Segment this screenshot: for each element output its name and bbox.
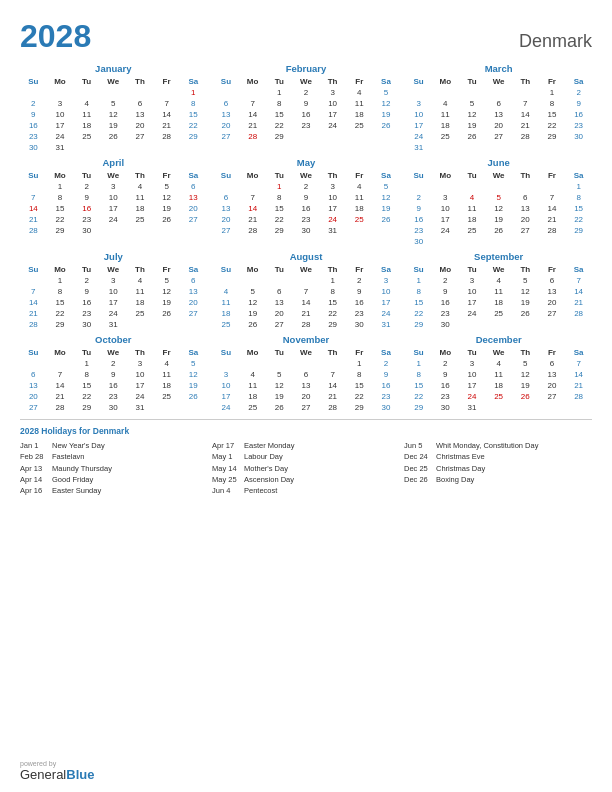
month-table: SuMoTuWeThFrSa12345678910111213141516171… [20,170,207,236]
day-cell: 23 [373,391,400,402]
day-cell: 28 [565,308,592,319]
day-cell [512,236,539,247]
day-header-tu: Tu [459,170,486,181]
day-cell: 4 [459,192,486,203]
day-cell: 25 [485,308,512,319]
week-row: 22232425262728 [405,391,592,402]
day-header-th: Th [127,347,154,358]
day-cell: 15 [266,109,293,120]
day-header-mo: Mo [239,170,266,181]
day-cell: 7 [239,192,266,203]
day-header-su: Su [405,76,432,87]
day-cell: 25 [432,131,459,142]
day-cell: 23 [432,391,459,402]
day-cell: 12 [239,297,266,308]
week-row: 16171819202122 [20,120,207,131]
day-cell [539,319,566,330]
day-cell: 18 [485,380,512,391]
day-cell: 15 [565,203,592,214]
day-header-sa: Sa [565,170,592,181]
day-cell: 19 [485,214,512,225]
month-table: SuMoTuWeThFrSa12345678910111213141516171… [213,264,400,330]
holiday-item: May 1Labour Day [212,451,400,462]
holiday-name: Ascension Day [244,474,294,485]
day-cell [180,225,207,236]
day-cell [293,131,320,142]
day-cell: 22 [180,120,207,131]
week-row: 3456789 [405,98,592,109]
week-row: 6789101112 [20,369,207,380]
day-cell: 1 [47,275,74,286]
day-cell: 14 [47,380,74,391]
day-cell: 6 [180,181,207,192]
day-cell: 24 [100,308,127,319]
week-row: 12 [405,87,592,98]
week-row: 891011121314 [405,286,592,297]
day-cell: 21 [239,214,266,225]
day-cell: 29 [180,131,207,142]
day-header-we: We [485,264,512,275]
day-cell: 27 [512,225,539,236]
week-row: 2345678 [20,98,207,109]
day-cell: 12 [153,286,180,297]
day-cell: 16 [405,214,432,225]
day-cell: 17 [405,120,432,131]
holiday-date: Apr 13 [20,463,48,474]
powered-by-text: powered by [20,760,94,767]
day-cell: 3 [405,98,432,109]
day-cell: 29 [266,225,293,236]
day-cell: 28 [239,131,266,142]
day-header-we: We [293,76,320,87]
day-cell: 22 [405,308,432,319]
week-row: 21222324252627 [20,214,207,225]
day-cell: 23 [73,308,100,319]
day-cell: 12 [512,286,539,297]
day-cell: 25 [459,225,486,236]
day-cell: 10 [100,286,127,297]
day-cell: 30 [293,225,320,236]
day-header-fr: Fr [539,170,566,181]
day-cell: 9 [565,98,592,109]
day-header-we: We [485,170,512,181]
day-header-th: Th [319,347,346,358]
day-header-fr: Fr [346,347,373,358]
week-row: 123456 [20,181,207,192]
month-block-february: FebruarySuMoTuWeThFrSa123456789101112131… [213,63,400,153]
day-cell: 21 [153,120,180,131]
day-cell: 13 [213,109,240,120]
week-row: 3031 [20,142,207,153]
day-cell: 18 [127,297,154,308]
day-cell: 23 [432,308,459,319]
brand-name: GeneralBlue [20,767,94,782]
day-cell: 14 [565,369,592,380]
holiday-name: Christmas Day [436,463,485,474]
day-header-tu: Tu [73,347,100,358]
day-cell [539,236,566,247]
holiday-date: Dec 26 [404,474,432,485]
holiday-item: Feb 28Fastelavn [20,451,208,462]
day-cell: 12 [459,109,486,120]
week-row: 123 [213,275,400,286]
day-cell: 3 [47,98,74,109]
day-cell: 17 [127,380,154,391]
day-header-tu: Tu [459,76,486,87]
day-cell: 19 [373,203,400,214]
day-cell: 20 [213,120,240,131]
holiday-item: Dec 25Christmas Day [404,463,592,474]
day-header-fr: Fr [153,76,180,87]
month-table: SuMoTuWeThFrSa12345678910111213141516171… [405,76,592,153]
day-cell: 26 [512,308,539,319]
holiday-item: Dec 24Christmas Eve [404,451,592,462]
week-row: 17181920212223 [213,391,400,402]
day-cell [213,181,240,192]
day-cell: 8 [405,286,432,297]
day-cell: 5 [180,358,207,369]
day-header-mo: Mo [432,170,459,181]
week-row: 2728293031 [213,225,400,236]
holiday-item: Jun 4Pentecost [212,485,400,496]
day-header-mo: Mo [47,347,74,358]
day-header-th: Th [512,264,539,275]
day-cell: 17 [432,214,459,225]
day-header-su: Su [20,264,47,275]
day-cell: 18 [432,120,459,131]
